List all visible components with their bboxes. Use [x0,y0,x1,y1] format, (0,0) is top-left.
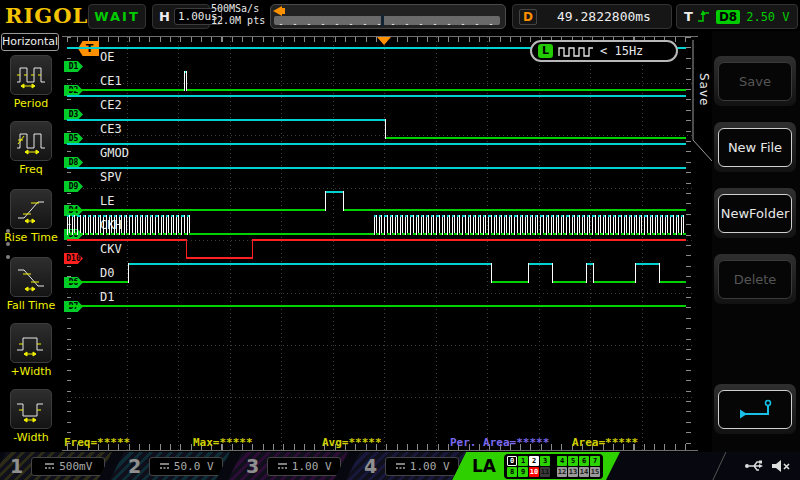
dc-coupling-icon [44,462,55,470]
menu-item-label: -Width [0,431,62,444]
menu-item--width[interactable]: -Width [0,389,62,444]
channel-badge-D4[interactable]: D4 [64,205,83,216]
clock-pulse-bottom [527,233,530,235]
clock-pulse-top [670,215,672,217]
delay-readout[interactable]: D 49.2822800ms [512,4,672,29]
sample-rate: 500MSa/s [211,3,265,15]
clock-pulse-bottom [454,233,457,235]
la-grid-gap [551,467,556,477]
clock-pulse-bottom [439,233,442,235]
channel-2-block[interactable]: 250.0 V [110,452,230,480]
waveform-edge [385,119,386,139]
waveform-edge [532,215,533,235]
waveform-edge [161,215,162,235]
clock-pulse-top [129,215,131,217]
clock-pulse-bottom [470,233,473,235]
waveform-edge [121,215,122,235]
clock-pulse-bottom [74,233,77,235]
clock-pulse-bottom [121,233,124,235]
waveform-edge [652,215,653,235]
channel-badge-D3[interactable]: D3 [64,109,83,120]
channel-badge-D6[interactable]: D6 [64,277,83,288]
waveform-segment [528,263,552,265]
channel-1-block[interactable]: 1500mV [0,452,112,480]
waveform-edge [650,215,651,235]
clock-pulse-top [88,215,90,217]
channel-label-CE2: CE2 [100,98,122,112]
waveform-edge [491,263,492,283]
waveform-overview-bar[interactable] [270,4,506,29]
menu-item-label: Fall Time [0,299,62,312]
waveform-edge [106,215,107,235]
channel-badge-D2[interactable]: D2 [64,85,83,96]
channel-badge-D7[interactable]: D7 [64,301,83,312]
logic-analyzer-block[interactable]: LA 0123456789101112131415 [452,452,620,480]
waveform-edge [593,263,594,283]
channel-label-D0: D0 [100,266,114,280]
clock-pulse-top [613,215,615,217]
clock-pulse-top [582,215,584,217]
waveform-edge [561,215,562,235]
waveform-edge [67,215,68,235]
waveform-edge [400,215,401,235]
menu-item-fall-time[interactable]: Fall Time [0,257,62,312]
channel-label-LE: LE [100,194,114,208]
channel-badge-D10[interactable]: D10 [64,253,83,264]
return-button[interactable] [718,390,792,429]
channel-4-block[interactable]: 41.00 V [346,452,466,480]
waveform-edge [558,215,559,235]
menu-item-freq[interactable]: Freq [0,121,62,176]
clock-pulse-top [140,215,142,217]
clock-pulse-top [540,215,542,217]
waveform-edge [124,215,125,235]
clock-pulse-bottom [537,233,540,235]
clock-pulse-top [161,215,163,217]
waveform-edge [470,215,471,235]
menu-item--width[interactable]: +Width [0,323,62,378]
channel-badge-D5[interactable]: D5 [64,133,83,144]
waveform-edge [528,263,529,283]
la-digit-12: 12 [557,467,567,477]
rigol-logo: RIGOL [5,3,88,28]
channel-1-scale: 500mV [31,457,105,476]
waveform-edge [527,215,528,235]
waveform-edge [665,215,666,235]
waveform-edge [509,215,510,235]
clock-pulse-bottom [475,233,478,235]
menu-item-rise-time[interactable]: Rise Time [0,189,62,244]
waveform-edge [449,215,450,235]
trigger-readout[interactable]: T D8 2.50 V [676,4,798,29]
waveform-edge [187,215,188,235]
waveform-edge [548,215,549,235]
waveform-edge [109,215,110,235]
fall-time-icon [10,257,52,297]
la-digit-9: 9 [518,467,528,477]
clock-pulse-bottom [137,233,140,235]
clock-pulse-top [457,215,459,217]
channel-badge-D8[interactable]: D8 [64,157,83,168]
waveform-segment [659,281,686,283]
waveform-edge [135,215,136,235]
newfolder-button[interactable]: NewFolder [718,194,792,233]
clock-pulse-top [473,215,475,217]
clock-pulse-bottom [569,233,572,235]
clock-pulse-top [452,215,454,217]
waveform-edge [454,215,455,235]
menu-item-period[interactable]: Period [0,55,62,110]
waveform-edge [621,215,622,235]
waveform-edge [678,215,679,235]
plus-width-icon [10,323,52,363]
la-digit-2: 2 [529,456,539,466]
channel-badge-D0[interactable]: D0 [64,229,83,240]
new-file-button[interactable]: New File [718,128,792,167]
d-label: D [519,9,537,25]
horizontal-timebase[interactable]: H 1.00us [152,4,210,29]
waveform-edge [659,263,660,283]
clock-pulse-top [546,215,548,217]
clock-pulse-bottom [163,233,166,235]
waveform-edge [416,215,417,235]
channel-3-block[interactable]: 31.00 V [228,452,348,480]
channel-badge-D1[interactable]: D1 [64,61,83,72]
channel-badge-D9[interactable]: D9 [64,181,83,192]
clock-pulse-bottom [407,233,410,235]
